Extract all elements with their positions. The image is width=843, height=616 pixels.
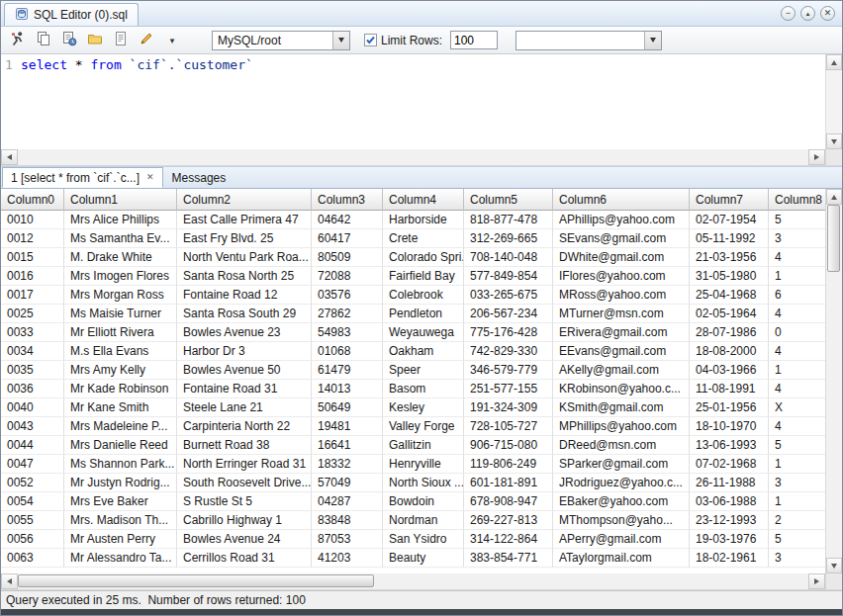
table-cell[interactable]: 0 bbox=[769, 323, 825, 342]
table-cell[interactable]: DReed@msn.com bbox=[553, 436, 690, 455]
table-cell[interactable]: 3 bbox=[769, 229, 825, 248]
table-cell[interactable]: 14013 bbox=[312, 380, 383, 398]
scrollbar-track[interactable] bbox=[18, 149, 808, 165]
table-cell[interactable]: 0012 bbox=[1, 229, 64, 248]
table-cell[interactable]: M.s Ella Evans bbox=[64, 342, 177, 361]
table-row[interactable]: 0043Mrs Madeleine P...Carpinteria North … bbox=[1, 417, 825, 436]
table-cell[interactable]: Kesley bbox=[383, 398, 464, 417]
column-header[interactable]: Column5 bbox=[464, 189, 553, 211]
table-cell[interactable]: 02-05-1964 bbox=[690, 305, 769, 323]
table-cell[interactable]: M. Drake White bbox=[64, 248, 177, 267]
table-cell[interactable]: 0040 bbox=[1, 398, 64, 417]
scroll-down-button[interactable] bbox=[826, 558, 842, 573]
scrollbar-thumb[interactable] bbox=[827, 205, 840, 272]
table-cell[interactable]: 775-176-428 bbox=[464, 323, 553, 342]
table-cell[interactable]: Bowdoin bbox=[383, 492, 464, 511]
table-cell[interactable]: DWhite@gmail.com bbox=[553, 248, 690, 267]
close-button[interactable]: ✕ bbox=[820, 6, 835, 21]
table-row[interactable]: 0034M.s Ella EvansHarbor Dr 301068Oakham… bbox=[1, 342, 825, 361]
table-cell[interactable]: Weyauwega bbox=[383, 323, 464, 342]
table-cell[interactable]: 728-105-727 bbox=[464, 417, 553, 436]
table-cell[interactable]: 18-08-2000 bbox=[690, 342, 769, 361]
table-cell[interactable]: 577-849-854 bbox=[464, 267, 553, 286]
limit-rows-checkbox[interactable] bbox=[364, 34, 377, 46]
table-cell[interactable]: Steele Lane 21 bbox=[177, 398, 312, 417]
column-header[interactable]: Column4 bbox=[383, 189, 464, 211]
table-cell[interactable]: 601-181-891 bbox=[464, 474, 553, 492]
table-cell[interactable]: 269-227-813 bbox=[464, 511, 553, 530]
combo-arrow-icon[interactable] bbox=[644, 32, 661, 49]
table-cell[interactable]: Mrs Madeleine P... bbox=[64, 417, 177, 436]
table-cell[interactable]: 0047 bbox=[1, 455, 64, 474]
table-cell[interactable]: Oakham bbox=[383, 342, 464, 361]
table-cell[interactable]: 206-567-234 bbox=[464, 305, 553, 323]
table-cell[interactable]: 5 bbox=[769, 530, 825, 549]
scroll-left-button[interactable] bbox=[1, 573, 18, 589]
table-cell[interactable]: North Sioux ... bbox=[383, 474, 464, 492]
table-cell[interactable]: 251-577-155 bbox=[464, 380, 553, 398]
table-row[interactable]: 0052Mr Justyn Rodrig...South Roosevelt D… bbox=[1, 474, 825, 492]
table-cell[interactable]: Mrs Imogen Flores bbox=[64, 267, 177, 286]
table-cell[interactable]: San Ysidro bbox=[383, 530, 464, 549]
table-cell[interactable]: 01068 bbox=[312, 342, 383, 361]
table-cell[interactable]: 28-07-1986 bbox=[690, 323, 769, 342]
scrollbar-track[interactable] bbox=[826, 70, 842, 133]
scroll-right-button[interactable] bbox=[808, 573, 825, 589]
table-cell[interactable]: Colorado Spri... bbox=[383, 248, 464, 267]
editor-vertical-scrollbar[interactable] bbox=[825, 54, 842, 149]
table-cell[interactable]: 26-11-1988 bbox=[690, 474, 769, 492]
table-cell[interactable]: ATaylorgmail.com bbox=[553, 549, 690, 568]
table-cell[interactable]: 678-908-947 bbox=[464, 492, 553, 511]
table-cell[interactable]: Cerrillos Road 31 bbox=[177, 549, 312, 568]
table-cell[interactable]: KRobinson@yahoo.c... bbox=[553, 380, 690, 398]
column-header[interactable]: Column3 bbox=[312, 189, 383, 211]
table-cell[interactable]: Mr Kade Robinson bbox=[64, 380, 177, 398]
table-cell[interactable]: Mr Austen Perry bbox=[64, 530, 177, 549]
table-cell[interactable]: 0055 bbox=[1, 511, 64, 530]
table-row[interactable]: 0044Mrs Danielle ReedBurnett Road 381664… bbox=[1, 436, 825, 455]
scroll-down-button[interactable] bbox=[826, 133, 842, 149]
table-cell[interactable]: Valley Forge bbox=[383, 417, 464, 436]
table-row[interactable]: 0010Mrs Alice PhillipsEast Calle Primera… bbox=[1, 211, 825, 229]
table-cell[interactable]: 03576 bbox=[312, 286, 383, 305]
table-cell[interactable]: 0036 bbox=[1, 380, 64, 398]
table-row[interactable]: 0035Mrs Amy KellyBowles Avenue 5061479Sp… bbox=[1, 361, 825, 380]
table-cell[interactable]: Mr Kane Smith bbox=[64, 398, 177, 417]
table-cell[interactable]: 314-122-864 bbox=[464, 530, 553, 549]
table-cell[interactable]: 04-03-1966 bbox=[690, 361, 769, 380]
table-cell[interactable]: MTurner@msn.com bbox=[553, 305, 690, 323]
table-cell[interactable]: Mrs. Madison Th... bbox=[64, 511, 177, 530]
table-cell[interactable]: Nordman bbox=[383, 511, 464, 530]
table-cell[interactable]: 4 bbox=[769, 417, 825, 436]
table-cell[interactable]: MThompson@yaho... bbox=[553, 511, 690, 530]
table-cell[interactable]: Henryville bbox=[383, 455, 464, 474]
grid-vertical-scrollbar[interactable] bbox=[825, 189, 842, 573]
table-cell[interactable]: 818-877-478 bbox=[464, 211, 553, 229]
table-cell[interactable]: 07-02-1968 bbox=[690, 455, 769, 474]
table-cell[interactable]: 18-02-1961 bbox=[690, 549, 769, 568]
table-cell[interactable]: Mr Alessandro Ta... bbox=[64, 549, 177, 568]
table-cell[interactable]: 0034 bbox=[1, 342, 64, 361]
table-cell[interactable]: 05-11-1992 bbox=[690, 229, 769, 248]
table-cell[interactable]: AKelly@gmail.com bbox=[553, 361, 690, 380]
table-cell[interactable]: Ms Shannon Park... bbox=[64, 455, 177, 474]
table-cell[interactable]: Basom bbox=[383, 380, 464, 398]
table-cell[interactable]: 0015 bbox=[1, 248, 64, 267]
table-cell[interactable]: Ms Maisie Turner bbox=[64, 305, 177, 323]
schema-combo[interactable] bbox=[515, 31, 662, 50]
table-cell[interactable]: 6 bbox=[769, 286, 825, 305]
table-cell[interactable]: 0054 bbox=[1, 492, 64, 511]
table-row[interactable]: 0054Mrs Eve BakerS Rustle St 504287Bowdo… bbox=[1, 492, 825, 511]
minimize-button[interactable]: − bbox=[781, 6, 796, 21]
table-row[interactable]: 0016Mrs Imogen FloresSanta Rosa North 25… bbox=[1, 267, 825, 286]
table-cell[interactable]: MPhillips@yahoo.com bbox=[553, 417, 690, 436]
table-cell[interactable]: Santa Rosa South 29 bbox=[177, 305, 312, 323]
tab-messages[interactable]: Messages bbox=[164, 167, 234, 188]
table-cell[interactable]: APerry@gmail.com bbox=[553, 530, 690, 549]
table-cell[interactable]: Beauty bbox=[383, 549, 464, 568]
table-cell[interactable]: North Ventu Park Roa... bbox=[177, 248, 312, 267]
table-cell[interactable]: 5 bbox=[769, 436, 825, 455]
table-cell[interactable]: 80509 bbox=[312, 248, 383, 267]
table-cell[interactable]: X bbox=[769, 398, 825, 417]
table-cell[interactable]: ERivera@gmail.com bbox=[553, 323, 690, 342]
